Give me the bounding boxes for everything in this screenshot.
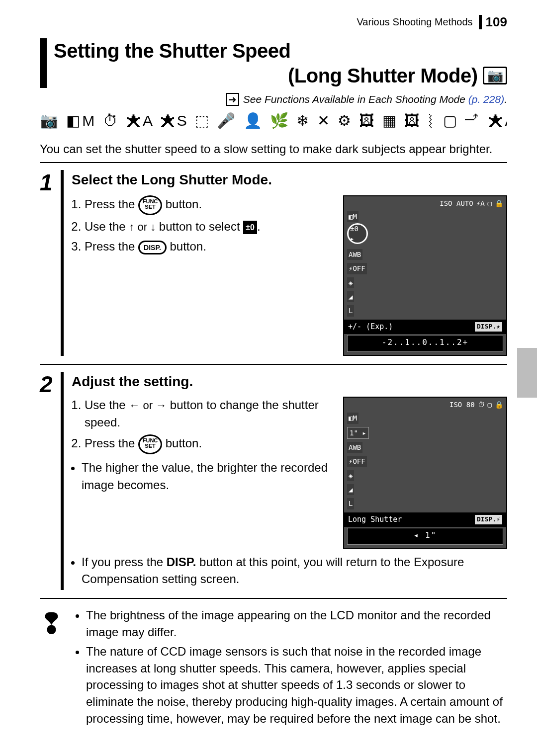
substep-list: Press the FUNCSET button. Use the ↑ or ↓… [72,195,334,256]
mode-icon-strip: 📷 ◧M ⏱ 🟊A 🟊S ⬚ 🎤 👤 🌿 ❄ ✕ ⚙ 🖼 ▦ 🖼 ⦚ ▢ ⤴ 🟊… [40,112,507,129]
substep-list: Use the ← or → button to change the shut… [72,397,334,454]
up-down-arrows-icon: ↑ or ↓ [129,221,156,233]
bullet: If you press the DISP. button at this po… [82,554,507,588]
substep: Press the FUNCSET button. [85,434,334,454]
see-reference: ➜ See Functions Available in Each Shooti… [40,93,507,106]
camera-icon: 📷 [483,67,508,84]
arrow-icon: ➜ [226,93,239,106]
intro-paragraph: You can set the shutter speed to a slow … [40,141,507,163]
lcd-preview-2: ISO 80 ⏱ ▢ 🔒 ◧M 1" ▸ AWB ⚡OFF ◈ ◢ L [343,397,507,548]
step-number: 1 [40,170,64,356]
step-1: 1 Select the Long Shutter Mode. Press th… [40,163,507,365]
disp-tag: DISP.⚡ [475,515,502,524]
see-page-link[interactable]: (p. 228) [468,93,504,105]
title-line-1: Setting the Shutter Speed [54,40,290,62]
disp-tag: DISP.★ [475,322,502,332]
substep: Use the ← or → button to change the shut… [85,397,334,431]
title-line-2: (Long Shutter Mode) [288,63,478,88]
chapter-title: Various Shooting Methods [357,16,473,28]
page-header: Various Shooting Methods 109 [40,15,507,29]
step-2: 2 Adjust the setting. Use the ← or → but… [40,365,507,599]
see-text: See Functions Available in Each Shooting… [243,93,465,105]
step-number: 2 [40,372,64,590]
mode-indicator: ◧M [347,211,358,222]
step-heading: Select the Long Shutter Mode. [72,170,507,190]
page-title: Setting the Shutter Speed (Long Shutter … [40,38,507,88]
selected-item-circle: ±0 ▸ [347,223,368,244]
substep: Press the FUNCSET button. [85,195,334,215]
left-right-arrows-icon: ← or → [129,399,167,412]
step-heading: Adjust the setting. [72,372,507,392]
step-notes-cont: If you press the DISP. button at this po… [72,554,507,588]
important-notes: ❢ The brightness of the image appearing … [40,599,507,730]
exposure-icon: ±0 [243,221,257,234]
lcd-label: Long Shutter [348,514,402,525]
note-item: The brightness of the image appearing on… [86,607,507,640]
note-item: The nature of CCD image sensors is such … [86,643,507,727]
shutter-value: 1" ▸ [347,427,369,439]
substep: Use the ↑ or ↓ button to select ±0. [85,218,334,236]
exposure-scale: -2..1..0..1..2+ [347,335,503,351]
func-set-button-icon: FUNCSET [138,195,162,215]
lcd-preview-1: ISO AUTO ⚡A ▢ 🔒 ◧M ±0 ▸ AWB ⚡OFF ◈ ◢ L [343,195,507,356]
shutter-scale: ◂ 1" [347,528,503,544]
bullet: The higher the value, the brighter the r… [82,459,334,494]
caution-icon: ❢ [40,607,63,730]
mode-indicator: ◧M [347,413,358,423]
step-notes: The higher the value, the brighter the r… [72,459,334,494]
disp-button-icon: DISP. [138,241,167,254]
substep: Press the DISP. button. [85,238,334,255]
thumb-tab [517,348,537,398]
func-set-button-icon: FUNCSET [138,434,162,454]
page-number: 109 [479,15,507,29]
lcd-label: +/- (Exp.) [348,322,393,333]
